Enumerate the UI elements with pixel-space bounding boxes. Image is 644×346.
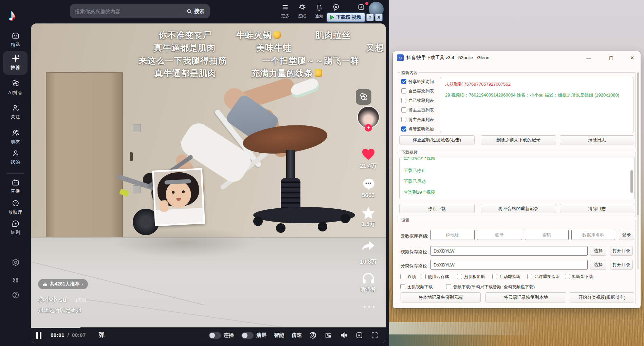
check-like-listen[interactable]: 点赞监听添加 (401, 126, 434, 132)
woozy-face-emoji (273, 31, 281, 39)
check-allow-repeat[interactable]: 允许重复监听 (527, 274, 560, 280)
recommend-badge[interactable]: 共4281人推荐 › (38, 279, 88, 289)
stop-listen-button[interactable]: 停止监听/过滤域名(右击) (399, 135, 475, 144)
topbar-more[interactable]: 更多 (276, 3, 294, 19)
close-button[interactable]: ✕ (627, 53, 637, 63)
settings-group-legend: 设置 (400, 218, 411, 223)
topbar-wallpaper[interactable]: 壁纸 (293, 3, 311, 19)
check-blogger-collection[interactable]: 博主合集列表 (401, 117, 434, 123)
sidebar-item-live[interactable]: 直播 (0, 178, 31, 194)
like-button[interactable] (361, 148, 376, 162)
clear-listen-log-button[interactable]: 清除日志 (560, 135, 634, 144)
more-actions-button[interactable] (362, 303, 376, 309)
mini-window-icon[interactable] (355, 331, 363, 339)
danmaku-button[interactable]: 弹 (99, 331, 105, 339)
rerecord-button[interactable]: 将不合格的重新记录 (481, 204, 556, 213)
download-log[interactable]: 查询到29个视频 下载已停止 下载已启动 查询到29个视频 (399, 157, 635, 199)
search-button[interactable]: 搜索 (181, 8, 210, 15)
check-download-on-listen[interactable]: 监听即下载 (565, 274, 593, 280)
maximize-button[interactable]: ▢ (606, 53, 616, 63)
douyin-logo[interactable]: ♪ ♪ ♪ (7, 5, 24, 23)
sidebar-item-featured[interactable]: 精选 (0, 31, 31, 48)
start-classify-button[interactable]: 开始分类视频(根据博主) (570, 292, 634, 302)
ai-badge[interactable]: AI (356, 89, 371, 105)
class-path-choose-button[interactable]: 选择 (590, 260, 606, 270)
volume-icon[interactable] (340, 331, 348, 339)
speed-button[interactable]: 倍速 (292, 332, 302, 339)
pip-icon[interactable] (325, 331, 332, 339)
check-pin-top[interactable]: 置顶 (400, 274, 416, 280)
video-path-open-button[interactable]: 打开目录 (610, 246, 633, 256)
check-cloud-storage[interactable]: 使用云存储 (421, 274, 449, 280)
favorite-button[interactable] (361, 206, 376, 222)
ip-field[interactable] (430, 230, 475, 240)
search-input[interactable] (70, 8, 181, 14)
delete-undownloaded-button[interactable]: 删除之前未下载的记录 (481, 135, 556, 144)
minimize-button[interactable]: — (584, 53, 594, 63)
window-scrollbar-track[interactable] (637, 72, 639, 270)
download-video-button[interactable]: 下载该 视频 (327, 13, 365, 22)
chat-bubble-icon (332, 3, 340, 11)
share-button[interactable] (361, 240, 376, 255)
camera-icon (12, 258, 20, 266)
listen-group: 监听内容 分享链接访问 自己喜欢列表 自己收藏列表 博主主页列表 博主合集列表 … (397, 72, 636, 147)
class-path-field[interactable] (430, 260, 588, 270)
follow-plus-button[interactable]: + (365, 124, 372, 132)
autoplay-toggle[interactable] (209, 332, 221, 339)
check-gallery-video[interactable]: 图集视频下载 (400, 284, 433, 290)
topbar-upload[interactable] (352, 3, 370, 12)
comment-button[interactable] (362, 177, 375, 192)
check-own-favorites[interactable]: 自己收藏列表 (401, 98, 434, 104)
sidebar-item-ai[interactable]: AI AI抖音 (0, 79, 31, 96)
stop-download-button[interactable]: 停止下载 (399, 204, 475, 213)
sidebar-item-help[interactable] (0, 291, 31, 300)
author-line[interactable]: @小小 su · 1天前 (38, 295, 86, 304)
backup-to-cloud-button[interactable]: 将本地记录备份到云端 (401, 292, 481, 302)
window-titlebar[interactable]: ☺ 抖音/快手下载工具 v3.4 - 52pojie - Glenn (393, 51, 641, 64)
topbar-notify[interactable]: 通知 (310, 3, 328, 19)
listen-log[interactable]: 未获取到 7576877057927007562 29 视频ID：7602194… (440, 77, 633, 133)
follow-icon (11, 104, 20, 113)
thumbs-up-emoji (315, 69, 322, 77)
sidebar-item-apps[interactable] (0, 276, 31, 286)
check-own-likes[interactable]: 自己喜欢列表 (401, 88, 434, 94)
password-field[interactable] (525, 230, 569, 240)
listen-button[interactable] (362, 272, 375, 286)
watch-later-icon[interactable] (309, 331, 317, 339)
sidebar-item-friends[interactable]: 朋友 (0, 128, 31, 145)
quality-button[interactable]: 智能 (274, 332, 284, 339)
download-close-button[interactable]: X (375, 14, 383, 21)
notification-dot (365, 2, 368, 5)
live-tv-icon (11, 178, 20, 187)
sidebar-item-capture[interactable] (0, 258, 31, 268)
sidebar-item-follow[interactable]: 关注 (0, 104, 31, 120)
download-help-button[interactable]: ? (366, 14, 374, 21)
topbar-messages[interactable] (327, 3, 345, 12)
check-audio-download[interactable]: 音频下载(半勾只下载音频, 全勾视频也下载) (446, 284, 535, 290)
author-name[interactable]: @小小 su (38, 296, 67, 303)
class-path-open-button[interactable]: 打开目录 (610, 260, 633, 270)
check-share-link[interactable]: 分享链接访问 (401, 79, 434, 85)
sidebar-item-recommend[interactable]: 推荐 (0, 54, 31, 71)
log-scrollbar-thumb[interactable] (630, 170, 633, 193)
login-button[interactable]: 登录 (619, 230, 634, 240)
pause-button[interactable] (36, 332, 42, 339)
check-listen-on-start[interactable]: 启动即监听 (492, 274, 521, 280)
sidebar-item-cinema[interactable]: 放映厅 (0, 199, 31, 215)
video-path-choose-button[interactable]: 选择 (590, 246, 606, 256)
check-blogger-home[interactable]: 博主主页列表 (401, 107, 434, 113)
check-clipboard-listen[interactable]: 剪切板监听 (457, 274, 485, 280)
clear-download-log-button[interactable]: 清除日志 (560, 204, 634, 213)
clear-screen-toggle[interactable] (241, 332, 254, 339)
sidebar-item-drama[interactable]: 短剧 (0, 219, 31, 236)
account-field[interactable] (477, 230, 522, 240)
window-scrollbar-thumb[interactable] (637, 72, 639, 215)
restore-from-cloud-button[interactable]: 将云端记录恢复到本地 (485, 292, 566, 302)
sidebar-item-mine[interactable]: 我的 (0, 149, 31, 165)
fullscreen-icon[interactable] (371, 331, 379, 339)
comment-icon (362, 177, 375, 190)
settings-group: 设置 云数据库存储: 登录 视频保存路径: 选择 打开目录 分类保存路径: 选择… (397, 220, 636, 304)
video-path-field[interactable] (430, 246, 588, 256)
video-player[interactable]: 你不准变丧尸 牛蛙火锅 肌肉拉丝 真牛逼都是肌肉 美味牛蛙 又想 来这么一下我腿… (31, 23, 386, 343)
dbname-field[interactable] (571, 230, 615, 240)
